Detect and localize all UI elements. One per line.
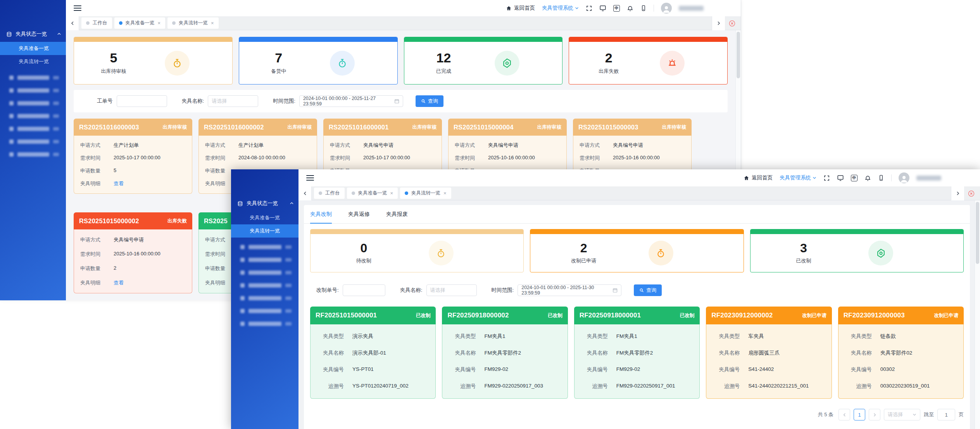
- language-icon[interactable]: 中: [851, 175, 858, 181]
- home-link[interactable]: 返回首页: [506, 5, 535, 12]
- monitor-icon[interactable]: [837, 174, 844, 181]
- tab-fixture-repair[interactable]: 夹具返修: [348, 205, 370, 223]
- fixture-name-select[interactable]: 请选择: [208, 95, 258, 107]
- sidebar-group-fixture-status[interactable]: 夹具状态一览: [231, 196, 298, 211]
- next-page-button[interactable]: [869, 409, 880, 420]
- field-value: 夹具零部件02: [880, 350, 913, 357]
- sidebar-item-fixture-circulation[interactable]: 夹具流转一览: [231, 224, 298, 238]
- close-all-tabs-icon[interactable]: [968, 190, 975, 197]
- page-size-select[interactable]: 请选择: [884, 409, 920, 420]
- sidebar-item-fixture-preparation[interactable]: 夹具准备一览: [231, 211, 298, 224]
- layers-icon: [6, 31, 12, 37]
- search-button-label: 查询: [428, 98, 438, 105]
- tab-fixture-scrap[interactable]: 夹具报废: [386, 205, 408, 223]
- modification-order-input[interactable]: [343, 284, 385, 296]
- sidebar-item-blurred[interactable]: [0, 135, 66, 148]
- sidebar-item-blurred[interactable]: [0, 84, 66, 97]
- sidebar-item-blurred[interactable]: [231, 253, 298, 266]
- main-area: 返回首页 夹具管理系统 中: [298, 169, 980, 429]
- tab-fixture-circulation[interactable]: 夹具流转一览×: [400, 188, 451, 199]
- tab-bar: 工作台 夹具准备一览× 夹具流转一览×: [66, 16, 741, 30]
- sidebar-item-fixture-circulation[interactable]: 夹具流转一览: [0, 55, 66, 68]
- avatar[interactable]: [661, 3, 672, 14]
- stat-strip: [751, 229, 963, 234]
- tabs-scroll-left[interactable]: [66, 16, 79, 30]
- tab-workbench[interactable]: 工作台: [314, 188, 345, 199]
- tabs-scroll-right[interactable]: [951, 186, 964, 200]
- prev-page-button[interactable]: [839, 409, 850, 420]
- tabs-scroll-left[interactable]: [298, 186, 312, 200]
- home-link[interactable]: 返回首页: [744, 174, 773, 181]
- mobile-icon[interactable]: [878, 175, 884, 181]
- tabs-scroll-right[interactable]: [712, 16, 725, 30]
- sidebar-item-blurred[interactable]: [231, 279, 298, 292]
- scrollbar[interactable]: [975, 200, 980, 429]
- stat-card-outbound-failed: 2出库失败: [569, 37, 728, 84]
- tab-fixture-circulation[interactable]: 夹具流转一览×: [167, 17, 219, 29]
- field-value: FM929-02: [616, 366, 640, 373]
- chevron-down-icon: [813, 176, 816, 180]
- field-value: 车夹具: [748, 333, 764, 340]
- tab-label: 夹具返修: [348, 211, 370, 218]
- sidebar-item-blurred[interactable]: [0, 97, 66, 110]
- modification-card: RF20250918000001已改制 夹具类型FM夹具1 夹具名称FM夹具零部…: [574, 307, 700, 399]
- field-value: 2025-10-17 00:00:00: [363, 155, 410, 162]
- fullscreen-icon[interactable]: [823, 175, 830, 181]
- field-label: 追溯号: [844, 383, 872, 390]
- fullscreen-icon[interactable]: [586, 5, 592, 12]
- bell-icon[interactable]: [627, 5, 633, 12]
- time-range-input[interactable]: 2024-10-01 00:00:00 - 2025-11-27 23:59:5…: [299, 95, 403, 107]
- sidebar-item-blurred[interactable]: [231, 317, 298, 330]
- card-id: RS20251016000002: [204, 124, 264, 131]
- page-number-button[interactable]: 1: [854, 409, 865, 420]
- menu-toggle-icon[interactable]: [306, 175, 314, 181]
- circulation-panel: 夹具改制 夹具返修 夹具报废 0待改制: [304, 205, 970, 429]
- tab-close-icon[interactable]: ×: [211, 21, 214, 26]
- view-link[interactable]: 查看: [114, 279, 124, 286]
- sidebar-item-blurred[interactable]: [0, 122, 66, 135]
- search-button[interactable]: 查询: [416, 95, 443, 107]
- system-dropdown[interactable]: 夹具管理系统: [780, 174, 816, 181]
- sidebar-item-fixture-preparation[interactable]: 夹具准备一览: [0, 42, 66, 55]
- jump-label: 跳至: [924, 411, 934, 418]
- stat-value: 3: [751, 242, 857, 255]
- sidebar-item-label: 夹具流转一览: [19, 58, 49, 65]
- fixture-name-select[interactable]: 请选择: [426, 284, 477, 296]
- tab-fixture-preparation[interactable]: 夹具准备一览×: [114, 17, 166, 29]
- system-dropdown[interactable]: 夹具管理系统: [542, 5, 579, 12]
- field-value: 夹具编号申请: [613, 142, 643, 149]
- tab-fixture-preparation[interactable]: 夹具准备一览×: [347, 188, 398, 199]
- sidebar-group-label: 夹具状态一览: [247, 200, 278, 207]
- sidebar-item-blurred[interactable]: [0, 148, 66, 161]
- jump-page-input[interactable]: 1: [937, 409, 955, 420]
- monitor-icon[interactable]: [599, 5, 606, 12]
- sidebar-group-fixture-status[interactable]: 夹具状态一览: [0, 26, 66, 42]
- tab-fixture-modification[interactable]: 夹具改制: [310, 205, 332, 223]
- chevron-up-icon[interactable]: [290, 201, 294, 207]
- tab-close-icon[interactable]: ×: [390, 191, 393, 196]
- field-label: 夹具名称: [580, 350, 608, 357]
- sidebar-item-blurred[interactable]: [0, 71, 66, 84]
- sidebar-item-blurred[interactable]: [231, 241, 298, 253]
- close-all-tabs-icon[interactable]: [729, 20, 735, 27]
- chevron-up-icon[interactable]: [57, 31, 61, 37]
- bell-icon[interactable]: [864, 175, 871, 181]
- tab-close-icon[interactable]: ×: [158, 21, 161, 26]
- view-link[interactable]: 查看: [114, 180, 124, 187]
- tab-workbench[interactable]: 工作台: [81, 17, 112, 29]
- sidebar-item-blurred[interactable]: [0, 110, 66, 122]
- tab-close-icon[interactable]: ×: [443, 191, 447, 196]
- field-label: 追溯号: [316, 383, 344, 390]
- page-size-placeholder: 请选择: [888, 411, 903, 418]
- sidebar-item-blurred[interactable]: [231, 292, 298, 305]
- sidebar-item-blurred[interactable]: [231, 305, 298, 317]
- work-order-input[interactable]: [117, 95, 167, 107]
- time-range-input[interactable]: 2024-10-01 00:00:00 - 2025-11-30 23:59:5…: [518, 284, 621, 296]
- mobile-icon[interactable]: [640, 5, 647, 11]
- menu-toggle-icon[interactable]: [74, 5, 81, 11]
- language-icon[interactable]: 中: [613, 5, 620, 12]
- avatar[interactable]: [899, 172, 909, 183]
- search-button[interactable]: 查询: [634, 284, 662, 296]
- status-badge: 出库失败: [167, 218, 187, 224]
- sidebar-item-blurred[interactable]: [231, 266, 298, 279]
